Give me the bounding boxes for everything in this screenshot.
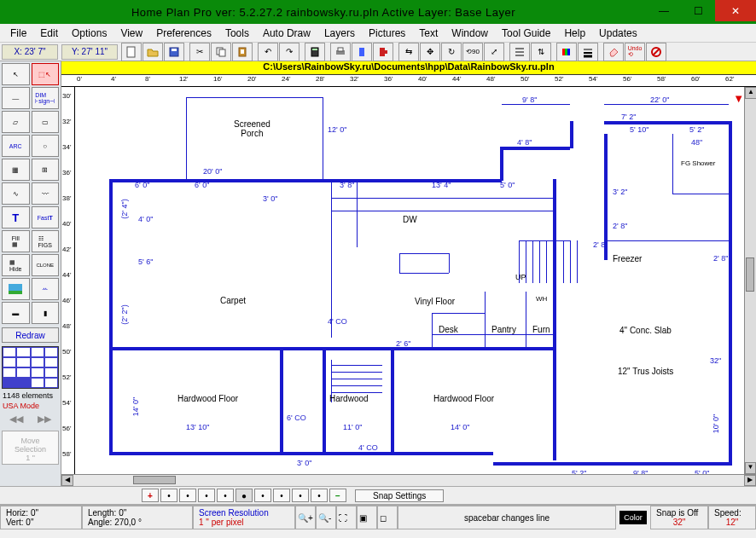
save-icon[interactable] — [164, 43, 184, 61]
arrow-down-icon[interactable]: ▼ — [733, 92, 744, 105]
snap-minus-icon[interactable]: − — [329, 489, 346, 502]
tool-line[interactable]: — — [2, 87, 30, 109]
no-icon[interactable] — [646, 43, 666, 61]
flip-v-icon[interactable]: ⇅ — [531, 43, 551, 61]
snap-dot-6[interactable]: • — [254, 489, 271, 502]
tool-pointer[interactable]: ↖ — [2, 63, 30, 85]
rotate90-icon[interactable]: ⟲90 — [462, 43, 483, 61]
menu-tools[interactable]: Tools — [218, 26, 256, 41]
scrollbar-h[interactable]: ◀ ▶ — [61, 474, 756, 486]
svg-rect-26 — [9, 291, 22, 294]
move-icon[interactable]: ✥ — [420, 43, 440, 61]
tool-circle[interactable]: ○ — [32, 135, 60, 157]
open-icon[interactable] — [142, 43, 163, 61]
svg-rect-17 — [562, 49, 565, 55]
menu-edit[interactable]: Edit — [33, 26, 65, 41]
grid-preview[interactable] — [2, 346, 59, 389]
menu-preferences[interactable]: Preferences — [149, 26, 218, 41]
tool-fill[interactable]: Fill▦ — [2, 230, 30, 252]
menu-text[interactable]: Text — [412, 26, 445, 41]
snap-dot-3[interactable]: • — [198, 489, 215, 502]
scrollbar-v[interactable]: ▲ ▼ — [744, 87, 756, 474]
tool-window2[interactable]: ⊞ — [32, 159, 60, 181]
menu-help[interactable]: Help — [557, 26, 592, 41]
menu-pictures[interactable]: Pictures — [362, 26, 412, 41]
door-icon[interactable] — [352, 43, 372, 61]
tool-figs[interactable]: ☷FIGS — [32, 230, 60, 252]
undo2-icon[interactable]: Undo⟲ — [625, 43, 645, 61]
menu-tool-guide[interactable]: Tool Guide — [495, 26, 557, 41]
eraser-icon[interactable] — [603, 43, 624, 61]
tool-hrule[interactable]: ▬ — [2, 302, 30, 324]
snap-dot-9[interactable]: • — [311, 489, 328, 502]
zoom-in-icon[interactable]: 🔍+ — [295, 506, 316, 529]
lines-icon[interactable] — [578, 43, 598, 61]
tool-vrule[interactable]: ▮ — [32, 302, 60, 324]
snap-dot-1[interactable]: • — [160, 489, 177, 502]
zoom-sel-icon[interactable]: ▣ — [357, 506, 377, 529]
move-selection-button[interactable]: Move Selection 1 " — [2, 431, 59, 465]
maximize-button[interactable]: ☐ — [681, 0, 715, 21]
nav-left-icon[interactable]: ◀◀ — [9, 414, 23, 425]
menu-view[interactable]: View — [113, 26, 149, 41]
snap-dot-7[interactable]: • — [273, 489, 290, 502]
snap-dot-5[interactable]: ● — [236, 489, 253, 502]
snap-dot-2[interactable]: • — [179, 489, 196, 502]
copy-icon[interactable] — [211, 43, 231, 61]
menu-window[interactable]: Window — [445, 26, 495, 41]
window-title: Home Plan Pro ver: 5.2.27.2 rainbowsky.r… — [0, 6, 647, 19]
drawing-canvas[interactable]: Screened Porch 12' 0" 9' 8" 22' 0" 7' 2"… — [75, 87, 744, 474]
tool-clone[interactable]: CLONE — [32, 254, 60, 276]
toolbar-buttons: ✂ ↶ ↷ ⇆ ✥ ↻ ⟲90 ⤢ ⇅ Undo⟲ — [119, 43, 668, 61]
menu-file[interactable]: File — [3, 26, 33, 41]
status-snap[interactable]: Snap is Off 32" — [650, 506, 708, 529]
new-icon[interactable] — [121, 43, 142, 61]
tool-spline[interactable]: ꕀ — [32, 278, 60, 300]
tool-arc[interactable]: ARC — [2, 135, 30, 157]
snap-dot-4[interactable]: • — [217, 489, 234, 502]
zoom-win-icon[interactable]: ◻ — [377, 506, 398, 529]
snap-settings-button[interactable]: Snap Settings — [355, 489, 444, 502]
close-button[interactable]: ✕ — [715, 0, 756, 21]
tool-image[interactable] — [2, 278, 30, 300]
scale-icon[interactable]: ⤢ — [484, 43, 504, 61]
paste-icon[interactable] — [232, 43, 253, 61]
status-hint: spacebar changes line — [398, 506, 616, 529]
tool-hide[interactable]: ▦Hide — [2, 254, 30, 276]
zoom-fit-icon[interactable]: ⛶ — [336, 506, 357, 529]
redraw-button[interactable]: Redraw — [2, 327, 59, 343]
exit-icon[interactable] — [373, 43, 393, 61]
tool-curve[interactable]: ∿ — [2, 182, 30, 205]
menu-updates[interactable]: Updates — [592, 26, 644, 41]
status-speed: Speed: 12" — [708, 506, 756, 529]
rotate-icon[interactable]: ↻ — [441, 43, 462, 61]
nav-right-icon[interactable]: ▶▶ — [38, 414, 51, 425]
menu-auto-draw[interactable]: Auto Draw — [256, 26, 317, 41]
print-icon[interactable] — [330, 43, 351, 61]
undo-icon[interactable]: ↶ — [258, 43, 278, 61]
zoom-out-icon[interactable]: 🔍- — [316, 506, 336, 529]
tool-fasttext[interactable]: FastT — [32, 206, 60, 229]
minimize-button[interactable]: — — [647, 0, 681, 21]
calc-icon[interactable] — [305, 43, 325, 61]
align-icon[interactable] — [509, 43, 530, 61]
flip-h-icon[interactable]: ⇆ — [398, 43, 419, 61]
tool-select[interactable]: ⬚↖ — [32, 63, 60, 85]
colors-icon[interactable] — [556, 43, 577, 61]
menu-layers[interactable]: Layers — [317, 26, 362, 41]
snap-plus-icon[interactable]: + — [142, 489, 159, 502]
svg-rect-12 — [380, 48, 385, 56]
menu-options[interactable]: Options — [65, 26, 113, 41]
redo-icon[interactable]: ↷ — [279, 43, 299, 61]
tool-window[interactable]: ▦ — [2, 159, 30, 181]
tool-poly[interactable]: ▱ — [2, 111, 30, 133]
ruler-vertical: 30'32'34'36'38'40'42'44'46'48'50'52'54'5… — [61, 87, 75, 474]
tool-text[interactable]: T — [2, 206, 30, 229]
cut-icon[interactable]: ✂ — [189, 43, 210, 61]
tool-dim[interactable]: DIM⊦sign⊣ — [32, 87, 60, 109]
svg-rect-2 — [172, 49, 177, 51]
color-swatch[interactable]: Color — [619, 511, 647, 524]
tool-rect[interactable]: ▭ — [32, 111, 60, 133]
tool-wave[interactable]: 〰 — [32, 182, 60, 205]
snap-dot-8[interactable]: • — [292, 489, 309, 502]
